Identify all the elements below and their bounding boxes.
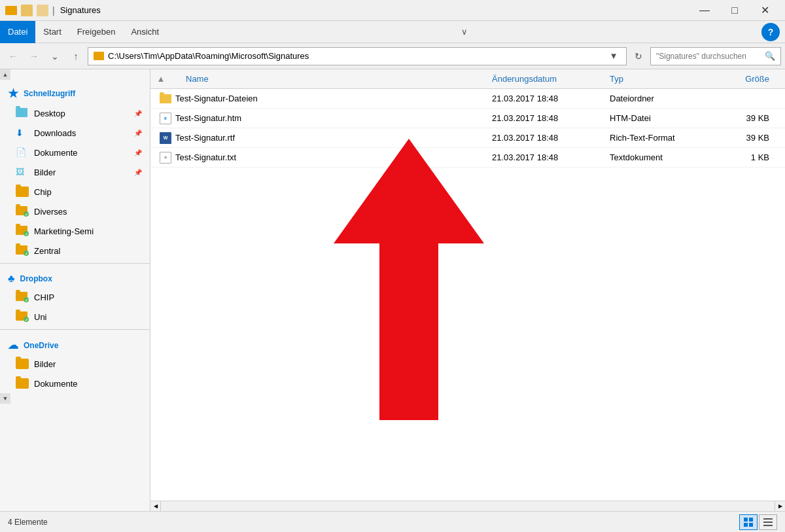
file-type-1: HTM-Datei — [610, 113, 714, 123]
svg-rect-2 — [749, 518, 753, 522]
sidebar-item-chip-dropbox[interactable]: ✓ CHIP — [0, 287, 150, 307]
sidebar-item-desktop[interactable]: Desktop 📌 — [0, 103, 150, 123]
uni-label: Uni — [34, 312, 142, 322]
file-size-3: 1 KB — [714, 152, 780, 162]
file-type-0: Dateiordner — [610, 94, 714, 103]
menu-item-ansicht[interactable]: Ansicht — [123, 21, 167, 43]
back-button[interactable]: ← — [4, 47, 22, 65]
table-row[interactable]: e Test-Signatur.htm 21.03.2017 18:48 HTM… — [150, 109, 785, 128]
chip-label: Chip — [34, 187, 142, 197]
file-date-1: 21.03.2017 18:48 — [492, 113, 610, 123]
address-dropdown-button[interactable]: ▼ — [606, 49, 621, 63]
h-scroll-right-button[interactable]: ▶ — [775, 501, 785, 512]
search-wrap[interactable]: 🔍 — [650, 47, 781, 65]
address-folder-icon — [94, 52, 104, 60]
col-header-date[interactable]: Änderungsdatum — [492, 74, 610, 84]
address-bar: ← → ⌄ ↑ ▼ ↻ 🔍 — [0, 43, 785, 69]
maximize-button[interactable]: □ — [720, 0, 750, 21]
search-input[interactable] — [656, 52, 762, 61]
dokumente-label: Dokumente — [34, 148, 128, 158]
file-name-1: Test-Signatur.htm — [175, 113, 492, 123]
refresh-button[interactable]: ↻ — [629, 47, 648, 65]
dokumente-pin: 📌 — [134, 149, 142, 156]
h-scroll-left-button[interactable]: ◀ — [150, 501, 161, 512]
h-scroll-track[interactable] — [161, 501, 775, 511]
file-type-2: Rich-Text-Format — [610, 133, 714, 143]
sort-up-icon: ▲ — [156, 74, 166, 84]
download-icon: ⬇ — [16, 128, 24, 138]
svg-rect-6 — [763, 522, 773, 523]
bilder-od-label: Bilder — [34, 359, 142, 369]
svg-rect-4 — [749, 523, 753, 527]
menu-item-freigeben[interactable]: Freigeben — [69, 21, 124, 43]
sidebar-item-uni[interactable]: ✓ Uni — [0, 307, 150, 327]
content-area: ▲ Name Änderungsdatum Typ Größe Test-Sig… — [150, 69, 785, 511]
table-row[interactable]: Test-Signatur-Dateien 21.03.2017 18:48 D… — [150, 89, 785, 109]
status-text: 4 Elemente — [8, 518, 48, 527]
title-separator: | — [52, 5, 55, 16]
file-icon-txt: ≡ — [156, 152, 175, 164]
bilder-icon: 🖼 — [16, 167, 24, 177]
svg-rect-7 — [763, 525, 773, 526]
window-title: Signatures — [60, 5, 689, 15]
desktop-label: Desktop — [34, 109, 128, 118]
chip-folder-icon — [16, 186, 29, 197]
dokumente-od-icon — [16, 378, 29, 389]
sidebar-item-bilder[interactable]: 🖼 Bilder 📌 — [0, 162, 150, 182]
sidebar-item-bilder-od[interactable]: Bilder — [0, 354, 150, 374]
sidebar-item-diverses[interactable]: ✓ Diverses — [0, 202, 150, 221]
file-name-3: Test-Signatur.txt — [175, 152, 492, 162]
title-folder-icon — [5, 6, 17, 15]
svg-rect-1 — [744, 518, 748, 522]
col-header-size[interactable]: Größe — [714, 74, 780, 84]
col-header-type[interactable]: Typ — [610, 74, 714, 84]
view-buttons — [739, 514, 777, 530]
address-input[interactable] — [108, 51, 602, 61]
sidebar-scroll-up[interactable]: ▲ — [0, 69, 10, 80]
close-button[interactable]: ✕ — [750, 0, 780, 21]
file-size-2: 39 KB — [714, 133, 780, 143]
title-folder-icon-3 — [37, 5, 48, 16]
table-row[interactable]: W Test-Signatur.rtf 21.03.2017 18:48 Ric… — [150, 128, 785, 148]
menu-item-start[interactable]: Start — [35, 21, 69, 43]
file-date-3: 21.03.2017 18:48 — [492, 152, 610, 162]
horizontal-scrollbar: ◀ ▶ — [150, 501, 785, 511]
sidebar-scroll-down[interactable]: ▼ — [0, 393, 10, 404]
forward-button[interactable]: → — [25, 47, 43, 65]
dropdown-button[interactable]: ⌄ — [46, 47, 64, 65]
help-button[interactable]: ? — [761, 23, 780, 41]
sidebar-item-chip[interactable]: Chip — [0, 182, 150, 202]
file-size-1: 39 KB — [714, 113, 780, 123]
address-input-wrap[interactable]: ▼ — [88, 47, 627, 65]
up-button[interactable]: ↑ — [67, 47, 85, 65]
main-area: ▲ ★ Schnellzugriff Desktop 📌 ⬇ Downloads… — [0, 69, 785, 511]
sidebar: ▲ ★ Schnellzugriff Desktop 📌 ⬇ Downloads… — [0, 69, 150, 511]
title-bar-icons: | — [5, 5, 55, 16]
dokumente-icon: 📄 — [16, 147, 26, 157]
file-date-2: 21.03.2017 18:48 — [492, 133, 610, 143]
menu-chevron[interactable]: ∨ — [456, 21, 473, 43]
sidebar-section-onedrive: ☁ OneDrive — [0, 332, 150, 354]
bilder-label: Bilder — [34, 168, 128, 177]
bilder-od-icon — [16, 359, 29, 369]
file-name-0: Test-Signatur-Dateien — [175, 94, 492, 103]
view-btn-list[interactable] — [759, 514, 777, 530]
marketing-label: Marketing-Semi — [34, 226, 142, 236]
zentral-label: Zentral — [34, 246, 142, 256]
minimize-button[interactable]: — — [689, 0, 720, 21]
col-header-name[interactable]: Name — [166, 74, 492, 84]
sidebar-item-downloads[interactable]: ⬇ Downloads 📌 — [0, 123, 150, 143]
table-row[interactable]: ≡ Test-Signatur.txt 21.03.2017 18:48 Tex… — [150, 148, 785, 168]
file-type-3: Textdokument — [610, 152, 714, 162]
sidebar-item-zentral[interactable]: ✓ Zentral — [0, 241, 150, 260]
title-bar: | Signatures — □ ✕ — [0, 0, 785, 21]
menu-item-datei[interactable]: Datei — [0, 21, 35, 43]
dropbox-icon: ♣ — [8, 273, 15, 285]
menu-bar: Datei Start Freigeben Ansicht ∨ ? — [0, 21, 785, 43]
file-name-2: Test-Signatur.rtf — [175, 133, 492, 143]
sidebar-item-marketing[interactable]: ✓ Marketing-Semi — [0, 221, 150, 241]
divider-1 — [0, 263, 150, 264]
sidebar-item-dokumente-od[interactable]: Dokumente — [0, 374, 150, 393]
sidebar-item-dokumente[interactable]: 📄 Dokumente 📌 — [0, 143, 150, 162]
view-btn-grid[interactable] — [739, 514, 758, 530]
